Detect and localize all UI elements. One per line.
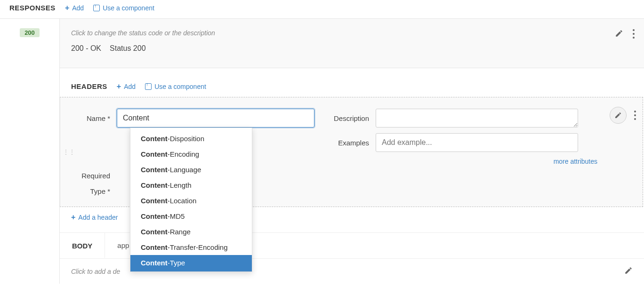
status-hint[interactable]: Click to change the status code or the d… xyxy=(71,29,633,37)
headers-title: HEADERS xyxy=(71,82,107,90)
body-hint[interactable]: Click to add a de xyxy=(71,268,120,275)
responses-use-component-button[interactable]: Use a component xyxy=(93,4,154,12)
responses-title: RESPONSES xyxy=(9,4,56,12)
description-label: Description xyxy=(329,114,376,122)
header-form-panel: ⋮⋮ Name * Description Examples xyxy=(60,97,643,207)
drag-handle-icon[interactable]: ⋮⋮ xyxy=(63,149,75,155)
autocomplete-item[interactable]: Content-MD5 xyxy=(130,208,252,224)
edit-icon[interactable] xyxy=(615,29,623,39)
autocomplete-item[interactable]: Content-Language xyxy=(130,162,252,177)
autocomplete-item[interactable]: Content-Range xyxy=(130,224,252,239)
autocomplete-item[interactable]: Content-Type xyxy=(130,255,252,271)
plus-icon xyxy=(117,83,121,90)
edit-header-button[interactable] xyxy=(610,107,627,124)
autocomplete-item[interactable]: Content-Transfer-Encoding xyxy=(130,239,252,255)
responses-header: RESPONSES Add Use a component xyxy=(0,0,644,19)
name-label: Name * xyxy=(70,114,117,122)
headers-add-button[interactable]: Add xyxy=(117,83,136,90)
status-code-text: 200 - OK xyxy=(71,44,101,53)
headers-header: HEADERS Add Use a component xyxy=(60,68,644,97)
plus-icon xyxy=(71,214,75,221)
description-input[interactable] xyxy=(376,109,578,128)
status-sidebar: 200 xyxy=(0,19,59,284)
responses-add-button[interactable]: Add xyxy=(65,4,84,12)
use-component-icon xyxy=(93,5,100,11)
autocomplete-item[interactable]: Content-Length xyxy=(130,177,252,193)
add-a-header-button[interactable]: Add a header xyxy=(71,214,118,221)
use-component-icon xyxy=(145,83,152,90)
name-input[interactable] xyxy=(117,109,314,128)
headers-use-component-button[interactable]: Use a component xyxy=(145,83,206,90)
name-autocomplete-dropdown: Content-DispositionContent-EncodingConte… xyxy=(130,128,252,272)
type-label: Type * xyxy=(70,187,117,195)
more-icon[interactable] xyxy=(633,28,635,40)
autocomplete-item[interactable]: Content-Location xyxy=(130,193,252,208)
more-attributes-link[interactable]: more attributes xyxy=(329,158,597,165)
examples-label: Examples xyxy=(329,139,376,147)
more-header-icon[interactable] xyxy=(634,110,636,121)
edit-body-icon[interactable] xyxy=(624,266,633,276)
required-label: Required xyxy=(70,172,117,180)
autocomplete-item[interactable]: Content-Encoding xyxy=(130,146,252,162)
status-panel: Click to change the status code or the d… xyxy=(60,19,644,68)
body-title: BODY xyxy=(60,233,105,258)
status-description: Status 200 xyxy=(110,44,146,53)
examples-input[interactable] xyxy=(376,133,578,152)
plus-icon xyxy=(65,4,69,12)
autocomplete-item[interactable]: Content-Disposition xyxy=(130,128,252,146)
status-badge[interactable]: 200 xyxy=(20,28,40,37)
